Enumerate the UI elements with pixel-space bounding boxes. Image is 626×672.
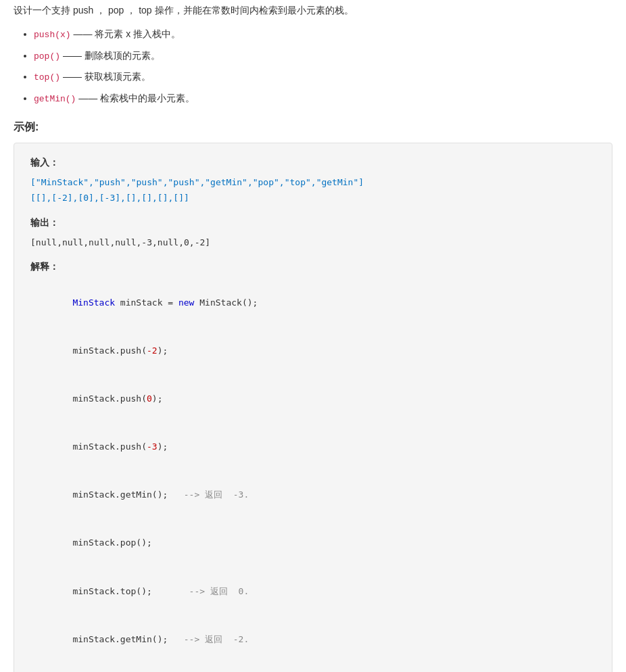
op-desc-getmin: —— 检索栈中的最小元素。	[78, 93, 195, 103]
list-item: top() —— 获取栈顶元素。	[34, 68, 612, 85]
op-desc-top: —— 获取栈顶元素。	[63, 71, 151, 82]
explain-line-0: MinStack minStack = new MinStack();	[30, 279, 596, 327]
output-code: [null,null,null,null,-3,null,0,-2]	[30, 235, 596, 250]
operations-list: push(x) —— 将元素 x 推入栈中。 pop() —— 删除栈顶的元素。…	[34, 26, 612, 107]
list-item: getMin() —— 检索栈中的最小元素。	[34, 90, 612, 107]
op-code-pop: pop()	[34, 51, 60, 62]
explain-code: MinStack minStack = new MinStack(); minS…	[30, 279, 596, 663]
op-code-push: push(x)	[34, 30, 71, 40]
input-label: 输入：	[30, 157, 596, 169]
explain-line-2: minStack.push(0);	[30, 375, 596, 423]
op-desc-push: —— 将元素 x 推入栈中。	[74, 28, 181, 39]
explain-line-5: minStack.pop();	[30, 519, 596, 567]
op-code-getmin: getMin()	[34, 94, 76, 104]
input-code: ["MinStack","push","push","push","getMin…	[30, 174, 596, 206]
example-box: 输入： ["MinStack","push","push","push","ge…	[14, 143, 612, 672]
explain-label: 解释：	[30, 261, 596, 273]
explain-line-3: minStack.push(-3);	[30, 423, 596, 471]
input-line2: [[],[-2],[0],[-3],[],[],[],[]]	[30, 190, 596, 206]
explain-line-7: minStack.getMin(); --> 返回 -2.	[30, 615, 596, 663]
output-label: 输出：	[30, 217, 596, 229]
explain-line-1: minStack.push(-2);	[30, 327, 596, 375]
op-desc-pop: —— 删除栈顶的元素。	[63, 50, 160, 61]
list-item: pop() —— 删除栈顶的元素。	[34, 47, 612, 64]
intro-text: 设计一个支持 push ， pop ， top 操作，并能在常数时间内检索到最小…	[14, 0, 612, 18]
input-line1: ["MinStack","push","push","push","getMin…	[30, 174, 596, 190]
output-value: [null,null,null,null,-3,null,0,-2]	[30, 235, 596, 250]
example-label: 示例:	[14, 120, 612, 135]
explain-line-6: minStack.top(); --> 返回 0.	[30, 567, 596, 615]
list-item: push(x) —— 将元素 x 推入栈中。	[34, 26, 612, 43]
op-code-top: top()	[34, 72, 60, 82]
main-container: 设计一个支持 push ， pop ， top 操作，并能在常数时间内检索到最小…	[0, 0, 626, 672]
explain-line-4: minStack.getMin(); --> 返回 -3.	[30, 471, 596, 519]
